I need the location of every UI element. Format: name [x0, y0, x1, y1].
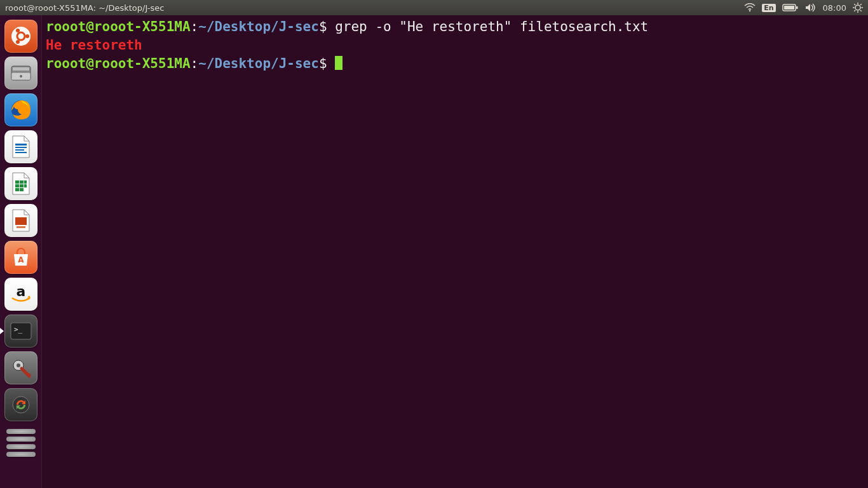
launcher-impress[interactable]	[4, 204, 37, 237]
svg-rect-29	[24, 180, 27, 184]
svg-rect-26	[15, 152, 27, 153]
session-gear-icon[interactable]	[853, 2, 863, 13]
libreoffice-writer-icon	[10, 135, 32, 159]
workspace-stack-icon	[4, 425, 37, 458]
volume-icon[interactable]	[805, 2, 817, 13]
terminal-window[interactable]: rooot@rooot-X551MA:~/Desktop/J-sec$ grep…	[42, 15, 868, 488]
launcher-calc[interactable]	[4, 167, 37, 200]
top-menubar: rooot@rooot-X551MA: ~/Desktop/J-sec En 0…	[0, 0, 868, 15]
svg-point-17	[16, 40, 20, 44]
svg-rect-30	[15, 184, 19, 187]
terminal-output-match: He restoreth	[46, 36, 864, 55]
terminal-icon: >_	[10, 322, 32, 341]
svg-point-43	[13, 396, 29, 413]
launcher-software-updater[interactable]	[4, 388, 37, 421]
software-updater-icon	[10, 394, 32, 416]
window-title: rooot@rooot-X551MA: ~/Desktop/J-sec	[5, 3, 164, 13]
svg-rect-23	[15, 144, 27, 146]
amazon-icon: a	[8, 285, 34, 304]
svg-rect-19	[13, 67, 29, 71]
svg-rect-25	[15, 149, 24, 151]
svg-line-12	[860, 4, 862, 5]
battery-icon[interactable]	[782, 2, 799, 13]
shopping-bag-icon: A	[10, 247, 32, 268]
settings-gear-wrench-icon	[10, 357, 32, 379]
unity-launcher: A a >_	[0, 15, 42, 488]
launcher-writer[interactable]	[4, 130, 37, 163]
terminal-line: rooot@rooot-X551MA:~/Desktop/J-sec$ grep…	[46, 18, 864, 36]
svg-point-0	[749, 10, 750, 11]
libreoffice-impress-icon	[10, 208, 32, 233]
svg-rect-3	[784, 6, 794, 10]
svg-line-10	[860, 10, 862, 11]
svg-rect-24	[15, 147, 27, 148]
active-pip-icon	[0, 328, 4, 334]
svg-point-4	[855, 5, 860, 10]
libreoffice-calc-icon	[10, 172, 32, 196]
svg-text:A: A	[18, 255, 24, 264]
launcher-terminal[interactable]: >_	[4, 315, 37, 348]
cursor-block	[335, 56, 342, 70]
file-manager-icon	[10, 64, 32, 83]
svg-rect-32	[24, 184, 27, 187]
svg-rect-2	[796, 6, 798, 9]
svg-rect-35	[15, 217, 27, 225]
svg-point-15	[25, 34, 29, 38]
clock[interactable]: 08:00	[823, 2, 846, 13]
svg-point-21	[20, 75, 22, 78]
launcher-dash[interactable]	[4, 20, 37, 53]
svg-rect-36	[17, 226, 25, 228]
launcher-firefox[interactable]	[4, 93, 37, 126]
svg-line-9	[854, 4, 855, 5]
wifi-icon[interactable]	[744, 2, 756, 13]
launcher-amazon[interactable]: a	[4, 278, 37, 311]
launcher-settings[interactable]	[4, 351, 37, 384]
svg-text:a: a	[16, 285, 25, 299]
svg-rect-34	[20, 188, 24, 191]
terminal-line: rooot@rooot-X551MA:~/Desktop/J-sec$	[46, 55, 864, 73]
keyboard-layout-indicator[interactable]: En	[762, 2, 775, 13]
svg-rect-31	[20, 184, 24, 187]
firefox-icon	[9, 98, 33, 122]
launcher-files[interactable]	[4, 57, 37, 90]
launcher-software-center[interactable]: A	[4, 241, 37, 274]
svg-rect-27	[15, 180, 19, 184]
svg-point-42	[17, 363, 20, 367]
svg-rect-33	[15, 188, 19, 191]
svg-rect-28	[20, 180, 24, 184]
svg-point-16	[16, 29, 20, 32]
svg-line-11	[854, 10, 855, 11]
launcher-workspace-switcher[interactable]	[4, 425, 37, 458]
ubuntu-logo-icon	[10, 25, 32, 47]
svg-text:>_: >_	[14, 325, 23, 334]
